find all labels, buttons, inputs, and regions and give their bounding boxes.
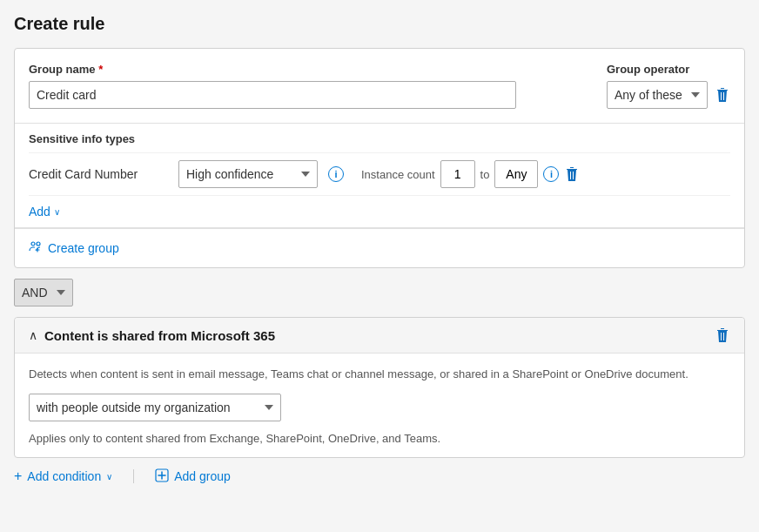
add-condition-label: Add condition — [27, 469, 101, 483]
group-name-input[interactable] — [29, 81, 516, 109]
and-operator-row: AND OR — [14, 279, 745, 306]
add-condition-plus-icon: + — [14, 468, 22, 484]
group-name-label: Group name * — [29, 63, 586, 76]
delete-group-button[interactable] — [715, 86, 730, 104]
condition-title-row: ∧ Content is shared from Microsoft 365 — [29, 328, 275, 343]
page-title: Create rule — [14, 14, 745, 34]
trash-icon — [716, 88, 729, 102]
condition-title: Content is shared from Microsoft 365 — [44, 328, 275, 343]
condition-block: ∧ Content is shared from Microsoft 365 D… — [14, 317, 745, 458]
applies-text: Applies only to content shared from Exch… — [29, 432, 730, 445]
group-icon-svg — [29, 239, 43, 253]
group-operator-select[interactable]: Any of these All of these — [607, 81, 708, 109]
add-group-icon — [155, 468, 169, 485]
create-group-section: Create group — [15, 228, 744, 267]
add-group-label: Add group — [174, 469, 231, 483]
and-operator-select[interactable]: AND OR — [14, 279, 73, 306]
add-group-button[interactable]: Add group — [155, 468, 231, 485]
info-type-name: Credit Card Number — [29, 167, 168, 181]
instance-count-label: Instance count — [361, 168, 435, 181]
confidence-select[interactable]: High confidence Medium confidence Low co… — [178, 160, 318, 188]
rule-group-container: Group name * Group operator Any of these… — [14, 48, 745, 268]
instance-to-input[interactable] — [494, 160, 538, 188]
add-chevron-icon: ∨ — [54, 207, 60, 217]
sensitive-info-label: Sensitive info types — [29, 124, 730, 152]
to-label: to — [480, 168, 490, 181]
add-row: Add ∨ — [29, 195, 730, 227]
trash-condition-icon — [716, 328, 729, 342]
info-type-row: Credit Card Number High confidence Mediu… — [29, 152, 730, 195]
collapse-icon[interactable]: ∧ — [29, 328, 37, 342]
condition-header: ∧ Content is shared from Microsoft 365 — [15, 318, 744, 354]
group-name-section: Group name * — [29, 63, 586, 109]
create-group-label: Create group — [48, 241, 119, 255]
footer-bar: + Add condition ∨ Add group — [14, 468, 745, 485]
confidence-info-icon[interactable]: i — [328, 166, 344, 182]
add-condition-chevron-icon: ∨ — [106, 472, 112, 481]
group-operator-row: Any of these All of these — [607, 81, 730, 109]
footer-divider — [133, 469, 134, 483]
instance-from-input[interactable] — [440, 160, 475, 188]
sharing-select[interactable]: with people outside my organization with… — [29, 394, 281, 421]
add-condition-button[interactable]: + Add condition ∨ — [14, 468, 112, 484]
instance-info-icon[interactable]: i — [543, 166, 559, 182]
trash-icon — [566, 167, 578, 181]
create-group-button[interactable]: Create group — [29, 239, 119, 257]
delete-condition-button[interactable] — [715, 327, 730, 344]
condition-body: Detects when content is sent in email me… — [15, 354, 744, 457]
add-button[interactable]: Add ∨ — [29, 205, 60, 219]
sensitive-info-section: Sensitive info types Credit Card Number … — [15, 124, 744, 228]
condition-description: Detects when content is sent in email me… — [29, 366, 730, 383]
required-marker: * — [98, 63, 103, 76]
svg-point-0 — [31, 242, 35, 246]
create-group-icon — [29, 239, 43, 257]
group-operator-section: Group operator Any of these All of these — [607, 63, 730, 109]
add-group-svg — [155, 468, 169, 482]
svg-point-1 — [37, 242, 40, 246]
delete-info-type-button[interactable] — [564, 165, 580, 183]
group-operator-label: Group operator — [607, 63, 689, 76]
instance-count-group: Instance count to i — [361, 160, 580, 188]
group-header: Group name * Group operator Any of these… — [15, 49, 744, 124]
